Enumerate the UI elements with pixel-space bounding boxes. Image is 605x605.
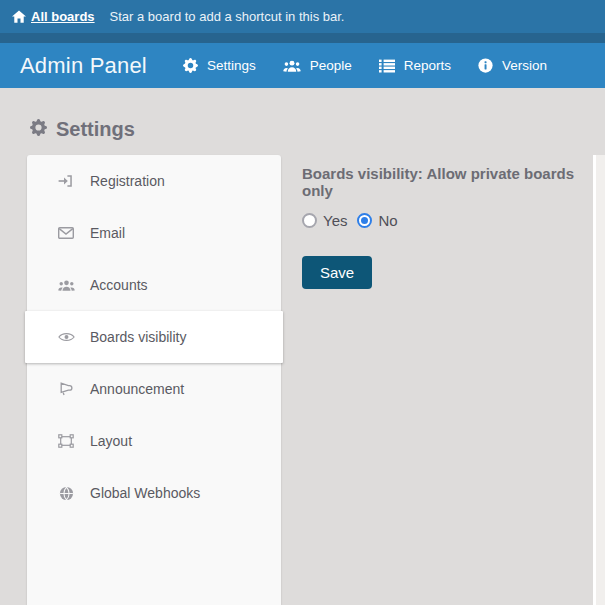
sign-in-icon bbox=[56, 173, 76, 189]
menu-item-label: Global Webhooks bbox=[90, 485, 200, 501]
bullhorn-icon bbox=[56, 382, 76, 396]
menu-item-announcement[interactable]: Announcement bbox=[27, 363, 281, 415]
nav-settings-label: Settings bbox=[207, 58, 256, 73]
nav-version[interactable]: Version bbox=[478, 58, 547, 73]
settings-heading-label: Settings bbox=[56, 118, 135, 141]
radio-yes-label: Yes bbox=[323, 212, 347, 229]
shortcut-bar: All boards Star a board to add a shortcu… bbox=[0, 0, 605, 43]
gear-icon bbox=[30, 118, 47, 141]
home-icon bbox=[12, 10, 26, 23]
menu-item-label: Layout bbox=[90, 433, 132, 449]
admin-nav: Settings People Reports Version bbox=[183, 58, 574, 73]
menu-item-label: Email bbox=[90, 225, 125, 241]
save-button[interactable]: Save bbox=[302, 256, 372, 289]
page-title: Admin Panel bbox=[20, 53, 147, 79]
shortcut-hint-text: Star a board to add a shortcut in this b… bbox=[110, 9, 345, 24]
menu-item-label: Registration bbox=[90, 173, 165, 189]
envelope-icon bbox=[56, 227, 76, 239]
visibility-radio-group: Yes No bbox=[302, 212, 592, 229]
menu-item-boards-visibility[interactable]: Boards visibility bbox=[25, 311, 283, 363]
menu-item-label: Boards visibility bbox=[90, 329, 186, 345]
radio-option-yes[interactable]: Yes bbox=[302, 212, 347, 229]
boards-visibility-detail: Boards visibility: Allow private boards … bbox=[302, 165, 592, 289]
nav-settings[interactable]: Settings bbox=[183, 58, 256, 73]
radio-no-label: No bbox=[378, 212, 397, 229]
people-icon bbox=[283, 59, 301, 73]
setting-label: Boards visibility: Allow private boards … bbox=[302, 165, 592, 199]
menu-item-global-webhooks[interactable]: Global Webhooks bbox=[27, 467, 281, 519]
menu-item-label: Accounts bbox=[90, 277, 148, 293]
nav-people-label: People bbox=[310, 58, 352, 73]
nav-version-label: Version bbox=[502, 58, 547, 73]
users-icon bbox=[56, 279, 76, 292]
settings-page: Settings Registration Email Accounts bbox=[0, 88, 605, 605]
nav-reports[interactable]: Reports bbox=[379, 58, 451, 73]
menu-item-layout[interactable]: Layout bbox=[27, 415, 281, 467]
radio-option-no[interactable]: No bbox=[357, 212, 397, 229]
menu-item-accounts[interactable]: Accounts bbox=[27, 259, 281, 311]
all-boards-link[interactable]: All boards bbox=[12, 9, 95, 24]
object-group-icon bbox=[56, 434, 76, 448]
next-panel-edge bbox=[593, 155, 605, 605]
menu-item-email[interactable]: Email bbox=[27, 207, 281, 259]
nav-reports-label: Reports bbox=[404, 58, 451, 73]
admin-header: Admin Panel Settings People Reports Vers… bbox=[0, 43, 605, 88]
settings-menu-panel: Registration Email Accounts Boards visib… bbox=[27, 155, 281, 605]
radio-no-circle[interactable] bbox=[357, 213, 372, 228]
eye-icon bbox=[56, 331, 76, 343]
radio-yes-circle[interactable] bbox=[302, 213, 317, 228]
globe-icon bbox=[56, 486, 76, 501]
menu-item-label: Announcement bbox=[90, 381, 184, 397]
menu-item-registration[interactable]: Registration bbox=[27, 155, 281, 207]
gear-icon bbox=[183, 58, 198, 73]
nav-people[interactable]: People bbox=[283, 58, 352, 73]
settings-heading: Settings bbox=[30, 118, 135, 141]
all-boards-label: All boards bbox=[31, 9, 95, 24]
info-circle-icon bbox=[478, 58, 493, 73]
list-icon bbox=[379, 59, 395, 73]
